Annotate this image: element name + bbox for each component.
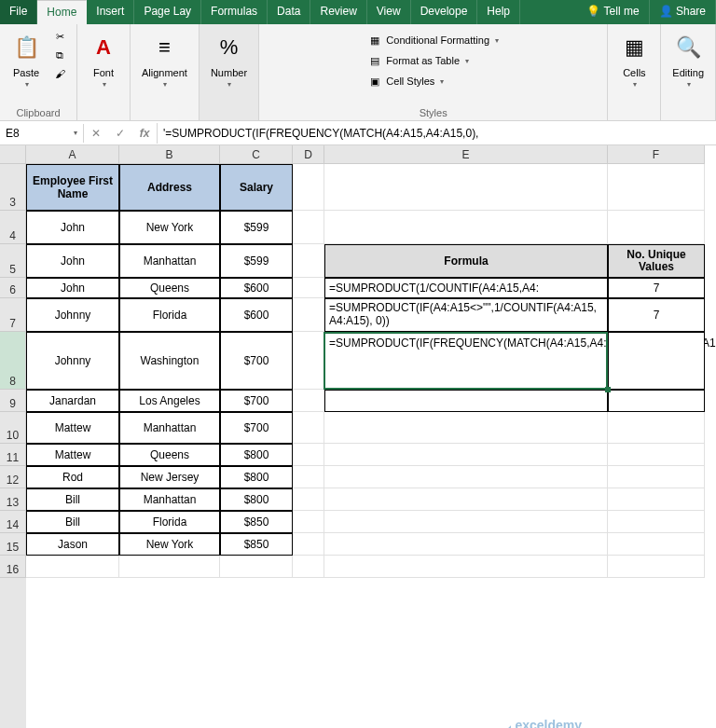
cell[interactable]: Queens	[119, 444, 220, 466]
cell[interactable]: New Jersey	[119, 466, 220, 488]
cell[interactable]: Address	[119, 164, 220, 211]
cell[interactable]	[608, 533, 705, 556]
row-header[interactable]: 4	[0, 211, 26, 244]
cell[interactable]: Bill	[26, 488, 119, 511]
format-painter-button[interactable]: 🖌	[50, 65, 69, 82]
cell[interactable]: Formula	[324, 244, 608, 278]
cell[interactable]: $850	[220, 533, 293, 556]
cell[interactable]: John	[26, 244, 119, 278]
share-button[interactable]: 👤 Share	[650, 0, 716, 24]
cell[interactable]	[293, 390, 324, 412]
cell[interactable]	[293, 444, 324, 466]
paste-button[interactable]: 📋 Paste▾	[7, 28, 45, 90]
tab-formulas[interactable]: Formulas	[201, 0, 268, 24]
cell[interactable]	[608, 466, 705, 488]
cut-button[interactable]: ✂	[50, 28, 69, 45]
tab-home[interactable]: Home	[37, 0, 87, 24]
cell[interactable]	[324, 412, 608, 444]
tab-view[interactable]: View	[367, 0, 411, 24]
cell[interactable]: Jason	[26, 533, 119, 556]
cell[interactable]: $599	[220, 244, 293, 278]
cell[interactable]: $700	[220, 412, 293, 444]
name-box[interactable]: E8▾	[0, 124, 84, 143]
tab-help[interactable]: Help	[477, 0, 520, 24]
cell[interactable]: $700	[220, 390, 293, 412]
cell[interactable]	[293, 244, 324, 278]
fill-handle[interactable]	[605, 387, 611, 392]
col-header-a[interactable]: A	[26, 145, 119, 164]
cell[interactable]: $600	[220, 278, 293, 298]
cell[interactable]: Johnny	[26, 332, 119, 390]
row-header[interactable]: 10	[0, 412, 26, 444]
cell[interactable]	[293, 278, 324, 298]
tab-review[interactable]: Review	[310, 0, 366, 24]
cell[interactable]: $600	[220, 298, 293, 332]
cell[interactable]: $800	[220, 488, 293, 511]
cell[interactable]	[608, 332, 705, 390]
cell[interactable]	[293, 412, 324, 444]
cell[interactable]: New York	[119, 211, 220, 244]
cell[interactable]: Florida	[119, 298, 220, 332]
row-header[interactable]: 8	[0, 332, 26, 390]
cell[interactable]: =SUMPRODUCT(IF(A4:A15<>"",1/COUNTIF(A4:A…	[324, 298, 608, 332]
cell-active[interactable]: =SUMPRODUCT(IF(FREQUENCY(MATCH(A4:A15,A4…	[324, 332, 608, 390]
cell[interactable]: Salary	[220, 164, 293, 211]
cell[interactable]: Bill	[26, 511, 119, 533]
cell[interactable]: Manhattan	[119, 488, 220, 511]
select-all-corner[interactable]	[0, 145, 26, 164]
cell[interactable]	[324, 390, 608, 412]
cell[interactable]	[608, 444, 705, 466]
cell[interactable]	[220, 556, 293, 578]
cell[interactable]	[293, 488, 324, 511]
cell[interactable]	[608, 164, 705, 211]
cell[interactable]	[293, 164, 324, 211]
row-header[interactable]: 12	[0, 466, 26, 488]
enter-formula-button[interactable]: ✓	[108, 123, 132, 144]
cell[interactable]: Los Angeles	[119, 390, 220, 412]
cell[interactable]: Mattew	[26, 412, 119, 444]
col-header-d[interactable]: D	[293, 145, 324, 164]
tab-page-layout[interactable]: Page Lay	[134, 0, 201, 24]
cell[interactable]	[324, 211, 608, 244]
tab-file[interactable]: File	[0, 0, 37, 24]
cell[interactable]: $800	[220, 444, 293, 466]
row-header[interactable]: 13	[0, 488, 26, 511]
cell[interactable]: =SUMPRODUCT(1/COUNTIF(A4:A15,A4:	[324, 278, 608, 298]
cell[interactable]	[608, 488, 705, 511]
tell-me[interactable]: 💡 Tell me	[577, 0, 649, 24]
cell-styles-button[interactable]: ▣Cell Styles▾	[365, 73, 446, 89]
row-header[interactable]: 6	[0, 278, 26, 298]
copy-button[interactable]: ⧉	[50, 47, 69, 63]
cell[interactable]: 7	[608, 278, 705, 298]
cell[interactable]	[608, 390, 705, 412]
cell[interactable]: John	[26, 211, 119, 244]
cell[interactable]: John	[26, 278, 119, 298]
cell[interactable]: Employee First Name	[26, 164, 119, 211]
cell[interactable]: Manhattan	[119, 412, 220, 444]
cell[interactable]: No. Unique Values	[608, 244, 705, 278]
cell[interactable]	[293, 533, 324, 556]
fx-button[interactable]: fx	[132, 123, 157, 144]
col-header-f[interactable]: F	[608, 145, 705, 164]
cell[interactable]	[293, 556, 324, 578]
col-header-b[interactable]: B	[119, 145, 220, 164]
cell[interactable]: Florida	[119, 511, 220, 533]
col-header-e[interactable]: E	[324, 145, 608, 164]
cell[interactable]: $850	[220, 511, 293, 533]
row-header[interactable]: 7	[0, 298, 26, 332]
cell[interactable]	[324, 511, 608, 533]
cell[interactable]: $599	[220, 211, 293, 244]
editing-button[interactable]: 🔍Editing▾	[668, 28, 708, 90]
font-button[interactable]: AFont▾	[85, 28, 122, 90]
cell[interactable]	[293, 332, 324, 390]
cell[interactable]	[293, 298, 324, 332]
row-header[interactable]: 3	[0, 164, 26, 211]
row-header[interactable]: 5	[0, 244, 26, 278]
cell[interactable]	[324, 556, 608, 578]
cells-button[interactable]: ▦Cells▾	[615, 28, 653, 90]
row-header[interactable]: 16	[0, 556, 26, 578]
number-button[interactable]: %Number▾	[207, 28, 251, 90]
cell[interactable]	[608, 511, 705, 533]
row-header[interactable]: 15	[0, 533, 26, 556]
cell[interactable]: 7	[608, 298, 705, 332]
